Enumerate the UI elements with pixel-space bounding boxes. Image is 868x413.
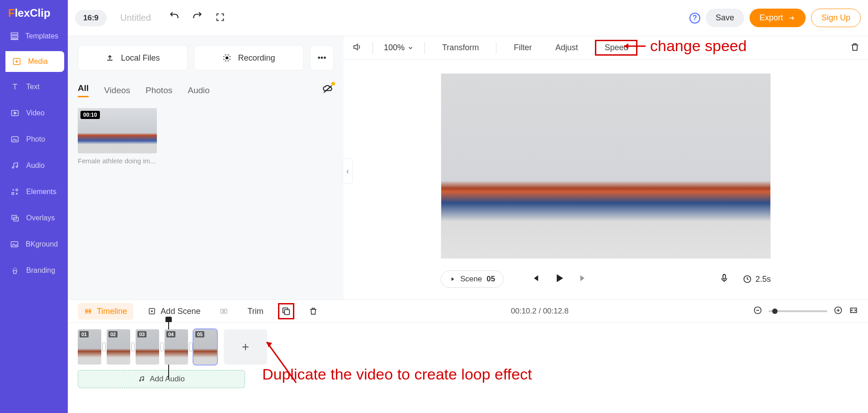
transition-slot[interactable] (189, 342, 193, 351)
sidebar-item-label: Audio (26, 161, 45, 170)
transition-slot[interactable] (102, 342, 106, 351)
fullscreen-button[interactable] (215, 12, 225, 24)
project-title[interactable]: Untitled (120, 13, 151, 23)
timeline-toolbar: Timeline Add Scene Trim 00:10.2 / 00:12.… (68, 299, 868, 323)
delete-scene-button[interactable] (304, 304, 322, 319)
tab-photos[interactable]: Photos (146, 85, 172, 95)
scene-chip[interactable]: Scene 05 (441, 271, 504, 288)
transform-button[interactable]: Transform (436, 40, 485, 55)
templates-icon (10, 31, 19, 41)
photo-icon (10, 134, 20, 144)
duration-button[interactable]: 2.5s (743, 275, 771, 284)
sidebar-item-templates[interactable]: Templates (0, 23, 68, 49)
timeline-mode-button[interactable]: Timeline (78, 303, 133, 320)
svg-rect-9 (12, 193, 14, 195)
scene-badge: 02 (108, 331, 118, 337)
media-icon (12, 57, 22, 66)
sidebar-item-video[interactable]: Video (0, 100, 68, 126)
svg-rect-1 (11, 36, 18, 38)
cloud-sync-button[interactable] (322, 83, 334, 97)
recording-button[interactable]: Recording (194, 45, 304, 71)
duplicate-button[interactable] (278, 303, 294, 319)
sidebar-item-label: Overlays (26, 214, 55, 222)
media-item[interactable]: 00:10 Female athlete doing im... (78, 108, 157, 165)
scene-badge: 03 (137, 331, 146, 337)
scene-badge: 04 (166, 331, 175, 337)
text-icon (10, 82, 20, 92)
audio-icon (10, 161, 20, 171)
sidebar-item-label: BKground (26, 240, 58, 248)
scene-number: 05 (486, 275, 495, 284)
split-button[interactable] (215, 304, 233, 318)
undo-button[interactable] (168, 11, 180, 25)
notification-dot-icon (331, 82, 335, 85)
svg-point-13 (226, 57, 228, 59)
filter-button[interactable]: Filter (507, 40, 538, 55)
scene-thumb-04[interactable]: 04 (165, 329, 188, 365)
fit-button[interactable] (849, 306, 858, 317)
aspect-ratio-button[interactable]: 16:9 (75, 10, 107, 26)
tab-all[interactable]: All (78, 83, 89, 97)
timeline-label: Timeline (97, 307, 127, 316)
logo: FlexClip (0, 0, 68, 23)
overlays-icon (10, 213, 20, 223)
annotation-duplicate: Duplicate the video to create loop effec… (253, 335, 532, 392)
zoom-in-button[interactable] (834, 306, 843, 317)
add-audio-track[interactable]: Add Audio (78, 370, 245, 388)
svg-point-7 (16, 166, 18, 167)
adjust-button[interactable]: Adjust (549, 40, 584, 55)
delete-clip-button[interactable] (850, 42, 860, 54)
tab-audio[interactable]: Audio (188, 85, 210, 95)
branding-icon (10, 266, 20, 275)
help-button[interactable]: ? (689, 13, 700, 24)
next-scene-button[interactable] (579, 273, 589, 285)
sidebar-item-photo[interactable]: Photo (0, 126, 68, 152)
preview-toolbar: 100% Transform Filter Adjust Speed (344, 36, 868, 60)
local-files-button[interactable]: Local Files (78, 45, 188, 71)
transition-slot[interactable] (160, 342, 164, 351)
sidebar-item-branding[interactable]: Branding (0, 257, 68, 284)
microphone-button[interactable] (719, 273, 729, 286)
sidebar-item-media[interactable]: Media (5, 51, 64, 72)
trim-button[interactable]: Trim (243, 304, 268, 319)
add-audio-label: Add Audio (150, 375, 185, 384)
sidebar-item-background[interactable]: BKground (0, 231, 68, 257)
elements-icon (10, 187, 20, 197)
redo-button[interactable] (192, 11, 203, 25)
sidebar-item-text[interactable]: Text (0, 74, 68, 100)
duration-label: 2.5s (755, 275, 771, 284)
svg-point-25 (142, 380, 144, 381)
transition-slot[interactable] (131, 342, 135, 351)
sidebar-item-elements[interactable]: Elements (0, 179, 68, 205)
sidebar-item-label: Templates (25, 32, 58, 40)
local-files-label: Local Files (121, 53, 160, 63)
scene-label: Scene (460, 275, 482, 284)
scene-thumb-02[interactable]: 02 (107, 329, 130, 365)
zoom-slider[interactable] (769, 310, 827, 312)
add-scene-button[interactable]: Add Scene (143, 304, 205, 319)
zoom-out-button[interactable] (753, 306, 762, 317)
play-button[interactable] (553, 272, 565, 286)
signup-button[interactable]: Sign Up (811, 9, 861, 27)
export-button[interactable]: Export (750, 9, 806, 27)
more-upload-button[interactable]: ••• (310, 45, 334, 71)
volume-button[interactable] (352, 42, 362, 54)
tab-videos[interactable]: Videos (104, 85, 130, 95)
zoom-label: 100% (384, 43, 405, 52)
scene-thumb-01[interactable]: 01 (78, 329, 101, 365)
svg-rect-2 (11, 39, 18, 40)
scene-thumb-03[interactable]: 03 (136, 329, 159, 365)
save-button[interactable]: Save (706, 9, 744, 27)
annotation-text: change speed (650, 37, 747, 55)
preview-area: Scene 05 2.5s (344, 60, 868, 299)
zoom-dropdown[interactable]: 100% (384, 43, 414, 52)
video-canvas[interactable] (441, 73, 771, 259)
topbar: 16:9 Untitled ? Save Export Sign Up (68, 0, 868, 36)
sidebar-item-label: Photo (26, 135, 45, 143)
scene-badge: 01 (80, 331, 89, 337)
sidebar-item-audio[interactable]: Audio (0, 152, 68, 179)
prev-scene-button[interactable] (530, 273, 540, 285)
scene-thumb-05[interactable]: 05 (193, 329, 217, 365)
svg-rect-19 (225, 309, 227, 313)
sidebar-item-overlays[interactable]: Overlays (0, 205, 68, 231)
